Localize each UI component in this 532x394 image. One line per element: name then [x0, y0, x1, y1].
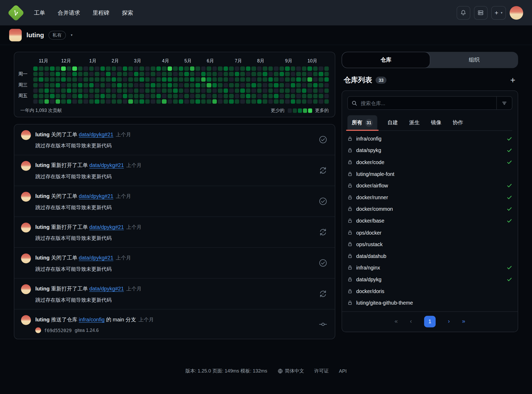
- contribution-cell[interactable]: [134, 66, 139, 71]
- contribution-cell[interactable]: [156, 77, 161, 82]
- contribution-cell[interactable]: [268, 83, 273, 87]
- contribution-cell[interactable]: [78, 94, 82, 98]
- contribution-cell[interactable]: [324, 66, 329, 71]
- contribution-cell[interactable]: [212, 94, 217, 98]
- contribution-cell[interactable]: [302, 72, 306, 76]
- actor-link[interactable]: luting: [35, 255, 50, 261]
- contribution-cell[interactable]: [50, 99, 55, 104]
- contribution-cell[interactable]: [61, 83, 66, 87]
- contribution-cell[interactable]: [179, 94, 183, 98]
- contribution-cell[interactable]: [296, 77, 301, 82]
- contribution-cell[interactable]: [50, 88, 55, 93]
- contribution-cell[interactable]: [302, 83, 306, 87]
- license-link[interactable]: 许可证: [314, 368, 329, 374]
- contribution-cell[interactable]: [229, 99, 234, 104]
- actor-link[interactable]: luting: [35, 286, 50, 292]
- contribution-cell[interactable]: [285, 77, 289, 82]
- contribution-cell[interactable]: [106, 72, 110, 76]
- contribution-cell[interactable]: [179, 66, 183, 71]
- contribution-cell[interactable]: [218, 72, 222, 76]
- contribution-cell[interactable]: [95, 83, 99, 87]
- contribution-cell[interactable]: [140, 83, 144, 87]
- contribution-cell[interactable]: [56, 77, 60, 82]
- actor-link[interactable]: luting: [35, 162, 50, 168]
- repo-search-input[interactable]: [361, 96, 496, 109]
- contribution-cell[interactable]: [123, 66, 127, 71]
- contribution-cell[interactable]: [123, 99, 127, 104]
- contribution-cell[interactable]: [246, 66, 250, 71]
- contribution-cell[interactable]: [302, 94, 306, 98]
- issue-link[interactable]: data/dpykg#21: [89, 224, 124, 230]
- contribution-cell[interactable]: [263, 66, 267, 71]
- contribution-cell[interactable]: [44, 77, 49, 82]
- contribution-cell[interactable]: [39, 94, 43, 98]
- current-page-button[interactable]: 1: [424, 316, 436, 327]
- contribution-cell[interactable]: [324, 72, 329, 76]
- contribution-cell[interactable]: [84, 99, 88, 104]
- contribution-cell[interactable]: [319, 77, 323, 82]
- contribution-cell[interactable]: [89, 94, 94, 98]
- contribution-cell[interactable]: [67, 83, 71, 87]
- contribution-cell[interactable]: [128, 99, 133, 104]
- contribution-cell[interactable]: [190, 99, 194, 104]
- actor-link[interactable]: luting: [35, 317, 50, 322]
- contribution-cell[interactable]: [201, 88, 206, 93]
- contribution-cell[interactable]: [308, 72, 312, 76]
- issue-link[interactable]: data/dpykg#21: [79, 132, 113, 137]
- contribution-cell[interactable]: [117, 83, 122, 87]
- previous-page-button[interactable]: ‹: [410, 318, 412, 325]
- contribution-cell[interactable]: [123, 83, 127, 87]
- contribution-cell[interactable]: [156, 88, 161, 93]
- repo-list-item[interactable]: docker/runner: [347, 191, 512, 203]
- contribution-cell[interactable]: [257, 94, 262, 98]
- contribution-cell[interactable]: [324, 94, 329, 98]
- issue-link[interactable]: data/dpykg#21: [89, 162, 124, 168]
- repo-list-item[interactable]: data/datahub: [347, 250, 512, 262]
- contribution-cell[interactable]: [263, 88, 267, 93]
- contribution-cell[interactable]: [224, 88, 228, 93]
- contribution-cell[interactable]: [274, 72, 278, 76]
- contribution-cell[interactable]: [184, 72, 189, 76]
- contribution-cell[interactable]: [151, 94, 155, 98]
- contribution-cell[interactable]: [56, 94, 60, 98]
- contribution-cell[interactable]: [235, 83, 239, 87]
- contribution-cell[interactable]: [285, 88, 289, 93]
- filter-tab-all[interactable]: 所有31: [347, 115, 377, 131]
- contribution-cell[interactable]: [246, 88, 250, 93]
- contribution-cell[interactable]: [101, 72, 105, 76]
- contribution-cell[interactable]: [56, 88, 60, 93]
- contribution-cell[interactable]: [263, 94, 267, 98]
- contribution-cell[interactable]: [112, 99, 116, 104]
- contribution-cell[interactable]: [218, 83, 222, 87]
- tab-organizations[interactable]: 组织: [430, 52, 518, 68]
- contribution-cell[interactable]: [274, 99, 278, 104]
- contribution-cell[interactable]: [50, 72, 55, 76]
- contribution-cell[interactable]: [201, 94, 206, 98]
- contribution-cell[interactable]: [101, 66, 105, 71]
- contribution-cell[interactable]: [302, 99, 306, 104]
- filter-tab-sources[interactable]: 自建: [386, 115, 399, 131]
- contribution-cell[interactable]: [112, 83, 116, 87]
- contribution-cell[interactable]: [212, 83, 217, 87]
- contribution-cell[interactable]: [33, 66, 38, 71]
- contribution-cell[interactable]: [257, 83, 262, 87]
- contribution-cell[interactable]: [56, 83, 60, 87]
- contribution-cell[interactable]: [240, 99, 245, 104]
- contribution-cell[interactable]: [95, 77, 99, 82]
- actor-link[interactable]: luting: [35, 193, 50, 199]
- contribution-cell[interactable]: [207, 72, 211, 76]
- contribution-cell[interactable]: [240, 66, 245, 71]
- repo-list-item[interactable]: luting/gitea-github-theme: [347, 297, 512, 309]
- contribution-cell[interactable]: [167, 77, 172, 82]
- contribution-cell[interactable]: [140, 99, 144, 104]
- contribution-cell[interactable]: [179, 83, 183, 87]
- contribution-cell[interactable]: [145, 83, 150, 87]
- notifications-button[interactable]: [457, 6, 470, 20]
- contribution-cell[interactable]: [117, 77, 122, 82]
- contribution-cell[interactable]: [257, 77, 262, 82]
- contribution-cell[interactable]: [145, 99, 150, 104]
- contribution-cell[interactable]: [84, 94, 88, 98]
- contribution-cell[interactable]: [274, 66, 278, 71]
- contribution-cell[interactable]: [101, 88, 105, 93]
- profile-username[interactable]: luting: [27, 31, 44, 39]
